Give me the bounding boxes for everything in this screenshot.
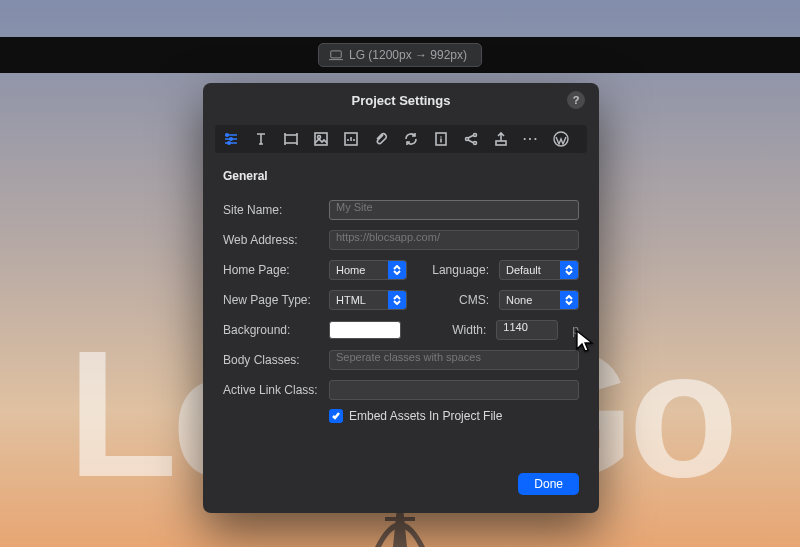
breakpoint-label: LG (1200px → 992px) <box>349 48 467 62</box>
tab-export-icon[interactable] <box>493 131 509 147</box>
stepper-arrows-icon <box>388 261 406 279</box>
width-unit: p <box>572 323 579 337</box>
label-new-page-type: New Page Type: <box>223 293 329 307</box>
label-width: Width: <box>411 323 486 337</box>
label-language: Language: <box>417 263 489 277</box>
breakpoint-selector[interactable]: LG (1200px → 992px) <box>318 43 482 67</box>
cms-select[interactable]: None <box>499 290 579 310</box>
new-page-type-select[interactable]: HTML <box>329 290 407 310</box>
svg-rect-11 <box>496 141 506 145</box>
svg-rect-4 <box>315 133 327 145</box>
stepper-arrows-icon <box>388 291 406 309</box>
language-value: Default <box>506 264 541 276</box>
svg-rect-0 <box>331 51 342 58</box>
window-toolbar: LG (1200px → 992px) <box>0 37 800 73</box>
label-home-page: Home Page: <box>223 263 329 277</box>
tab-attachment-icon[interactable] <box>373 131 389 147</box>
embed-assets-checkbox[interactable] <box>329 409 343 423</box>
tab-wordpress-icon[interactable] <box>553 131 569 147</box>
label-body-classes: Body Classes: <box>223 353 329 367</box>
stepper-arrows-icon <box>560 291 578 309</box>
tab-typography-icon[interactable] <box>253 131 269 147</box>
active-link-class-input[interactable] <box>329 380 579 400</box>
new-page-type-value: HTML <box>336 294 366 306</box>
label-site-name: Site Name: <box>223 203 329 217</box>
svg-rect-3 <box>285 135 297 143</box>
tab-image-icon[interactable] <box>313 131 329 147</box>
tab-refresh-icon[interactable] <box>403 131 419 147</box>
label-active-link-class: Active Link Class: <box>223 383 329 397</box>
label-web-address: Web Address: <box>223 233 329 247</box>
tab-more-icon[interactable]: ··· <box>523 131 539 147</box>
section-header-general: General <box>223 169 268 183</box>
laptop-icon <box>329 50 343 60</box>
project-settings-modal: Project Settings ? ··· General Site Name… <box>203 83 599 513</box>
site-name-input[interactable]: My Site <box>329 200 579 220</box>
help-button[interactable]: ? <box>567 91 585 109</box>
tab-frame-icon[interactable] <box>283 131 299 147</box>
web-address-input[interactable]: https://blocsapp.com/ <box>329 230 579 250</box>
embed-assets-label: Embed Assets In Project File <box>349 409 502 423</box>
home-page-value: Home <box>336 264 365 276</box>
body-classes-input[interactable]: Seperate classes with spaces <box>329 350 579 370</box>
modal-title: Project Settings <box>203 83 599 117</box>
settings-tabbar: ··· <box>215 125 587 153</box>
tab-analytics-icon[interactable] <box>343 131 359 147</box>
width-input[interactable]: 1140 <box>496 320 558 340</box>
label-cms: CMS: <box>417 293 489 307</box>
home-page-select[interactable]: Home <box>329 260 407 280</box>
label-background: Background: <box>223 323 329 337</box>
background-color-swatch[interactable] <box>329 321 401 339</box>
stepper-arrows-icon <box>560 261 578 279</box>
cms-value: None <box>506 294 532 306</box>
general-form: Site Name: My Site Web Address: https://… <box>223 195 579 423</box>
language-select[interactable]: Default <box>499 260 579 280</box>
tab-share-icon[interactable] <box>463 131 479 147</box>
tab-general-icon[interactable] <box>223 131 239 147</box>
tab-info-icon[interactable] <box>433 131 449 147</box>
svg-rect-2 <box>385 517 415 521</box>
done-button[interactable]: Done <box>518 473 579 495</box>
